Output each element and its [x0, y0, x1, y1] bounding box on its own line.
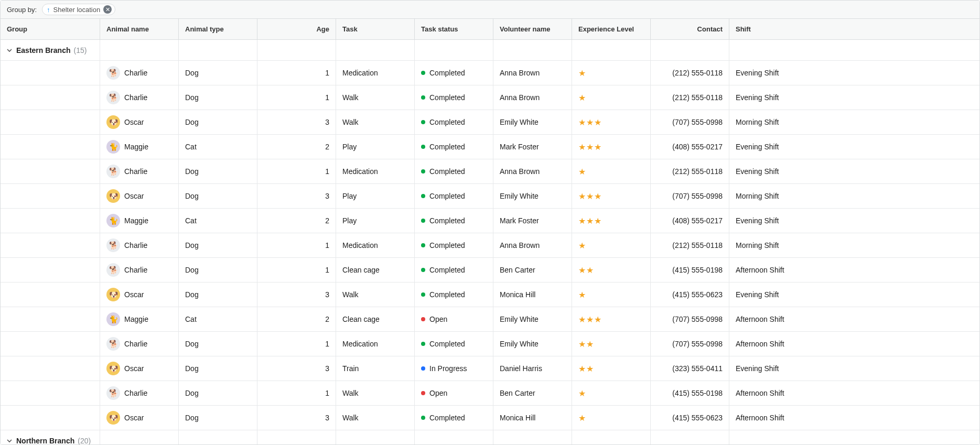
animal-name: Charlie [124, 69, 147, 77]
cell-shift: Evening Shift [729, 209, 808, 233]
table-row[interactable]: 🐕CharlieDog1MedicationCompletedAnna Brow… [1, 159, 979, 184]
table-row[interactable]: 🐶OscarDog3PlayCompletedEmily White★★★(70… [1, 184, 979, 209]
cell-animal: 🐶Oscar [100, 110, 179, 134]
table-row[interactable]: 🐕CharlieDog1MedicationCompletedEmily Whi… [1, 332, 979, 356]
animal-name: Charlie [124, 389, 147, 397]
groupby-chip[interactable]: ↑ Shelter location ✕ [42, 4, 115, 15]
cell-contact: (408) 555-0217 [651, 209, 729, 233]
cell-shift: Afternoon Shift [729, 332, 808, 356]
cell-type: Dog [179, 283, 257, 307]
avatar: 🐕 [106, 337, 120, 351]
cell-status: Open [415, 307, 493, 331]
col-header-group[interactable]: Group [1, 19, 100, 39]
col-header-shift[interactable]: Shift [729, 19, 808, 39]
groupby-chip-text: Shelter location [53, 6, 101, 14]
cell-contact: (212) 555-0118 [651, 159, 729, 183]
status-text: Completed [429, 69, 465, 77]
cell-contact: (323) 555-0411 [651, 356, 729, 381]
cell-animal: 🐶Oscar [100, 356, 179, 381]
cell-task: Play [336, 209, 415, 233]
cell-volunteer: Monica Hill [493, 406, 572, 430]
cell-task: Medication [336, 159, 415, 183]
cell-shift: Evening Shift [729, 283, 808, 307]
animal-name: Charlie [124, 93, 147, 102]
close-icon[interactable]: ✕ [103, 5, 112, 14]
col-header-volunteer[interactable]: Volunteer name [493, 19, 572, 39]
avatar: 🐈 [106, 214, 120, 227]
table-row[interactable]: 🐈MaggieCat2PlayCompletedMark Foster★★★(4… [1, 209, 979, 233]
grid-scroll[interactable]: GroupAnimal nameAnimal typeAgeTaskTask s… [1, 19, 979, 444]
avatar: 🐕 [106, 165, 120, 178]
cell-type: Dog [179, 406, 257, 430]
group-row[interactable]: Eastern Branch(15) [1, 40, 979, 61]
avatar: 🐈 [106, 312, 120, 326]
table-row[interactable]: 🐈MaggieCat2Clean cageOpenEmily White★★★(… [1, 307, 979, 332]
star-icon: ★ [578, 413, 586, 423]
cell-shift: Morning Shift [729, 110, 808, 134]
cell-volunteer: Emily White [493, 110, 572, 134]
cell-shift: Evening Shift [729, 85, 808, 110]
table-row[interactable]: 🐶OscarDog3WalkCompletedMonica Hill★(415)… [1, 283, 979, 307]
star-icon: ★★ [578, 364, 594, 374]
cell-exp: ★★ [572, 356, 651, 381]
star-icon: ★★ [578, 339, 594, 349]
cell-age: 1 [257, 332, 336, 356]
cell-task: Clean cage [336, 258, 415, 282]
avatar: 🐈 [106, 140, 120, 154]
cell-task: Walk [336, 283, 415, 307]
animal-name: Oscar [124, 290, 144, 299]
cell-exp: ★ [572, 406, 651, 430]
col-header-exp[interactable]: Experience Level [572, 19, 651, 39]
cell-status: Completed [415, 209, 493, 233]
table-row[interactable]: 🐶OscarDog3TrainIn ProgressDaniel Harris★… [1, 356, 979, 381]
col-header-type[interactable]: Animal type [179, 19, 257, 39]
star-icon: ★ [578, 290, 586, 300]
cell-animal: 🐕Charlie [100, 332, 179, 356]
cell-shift: Evening Shift [729, 135, 808, 159]
col-header-status[interactable]: Task status [415, 19, 493, 39]
avatar: 🐶 [106, 189, 120, 203]
star-icon: ★★★ [578, 216, 602, 226]
cell-shift: Morning Shift [729, 233, 808, 257]
cell-task: Train [336, 356, 415, 381]
group-count: (20) [78, 437, 91, 445]
table-row[interactable]: 🐕CharlieDog1MedicationCompletedAnna Brow… [1, 233, 979, 258]
cell-status: Completed [415, 85, 493, 110]
cell-type: Dog [179, 233, 257, 257]
cell-animal: 🐶Oscar [100, 184, 179, 208]
cell-volunteer: Anna Brown [493, 85, 572, 110]
cell-volunteer: Monica Hill [493, 283, 572, 307]
cell-task: Play [336, 135, 415, 159]
group-toggle[interactable]: Eastern Branch(15) [1, 40, 100, 60]
cell-shift: Evening Shift [729, 356, 808, 381]
status-text: Completed [429, 143, 465, 151]
status-text: Open [429, 389, 447, 397]
table-row[interactable]: 🐈MaggieCat2PlayCompletedMark Foster★★★(4… [1, 135, 979, 159]
status-text: Completed [429, 93, 465, 102]
cell-status: Completed [415, 406, 493, 430]
avatar: 🐕 [106, 386, 120, 400]
col-header-age[interactable]: Age [257, 19, 336, 39]
col-header-contact[interactable]: Contact [651, 19, 729, 39]
table-row[interactable]: 🐕CharlieDog1MedicationCompletedAnna Brow… [1, 61, 979, 85]
avatar: 🐕 [106, 238, 120, 252]
table-row[interactable]: 🐶OscarDog3WalkCompletedEmily White★★★(70… [1, 110, 979, 135]
group-toggle[interactable]: Northern Branch(20) [1, 430, 100, 444]
col-header-task[interactable]: Task [336, 19, 415, 39]
cell-type: Dog [179, 258, 257, 282]
table-row[interactable]: 🐶OscarDog3WalkCompletedMonica Hill★(415)… [1, 406, 979, 430]
table-row[interactable]: 🐕CharlieDog1Clean cageCompletedBen Carte… [1, 258, 979, 283]
group-row[interactable]: Northern Branch(20) [1, 430, 979, 444]
cell-volunteer: Anna Brown [493, 61, 572, 85]
cell-status: Completed [415, 135, 493, 159]
cell-task: Medication [336, 233, 415, 257]
group-count: (15) [73, 46, 87, 55]
status-dot-icon [421, 71, 425, 75]
table-row[interactable]: 🐕CharlieDog1WalkCompletedAnna Brown★(212… [1, 85, 979, 110]
sort-asc-icon[interactable]: ↑ [47, 6, 50, 13]
col-header-animal[interactable]: Animal name [100, 19, 179, 39]
cell-exp: ★★★ [572, 135, 651, 159]
status-text: Completed [429, 266, 465, 274]
cell-contact: (707) 555-0998 [651, 332, 729, 356]
table-row[interactable]: 🐕CharlieDog1WalkOpenBen Carter★(415) 555… [1, 381, 979, 406]
